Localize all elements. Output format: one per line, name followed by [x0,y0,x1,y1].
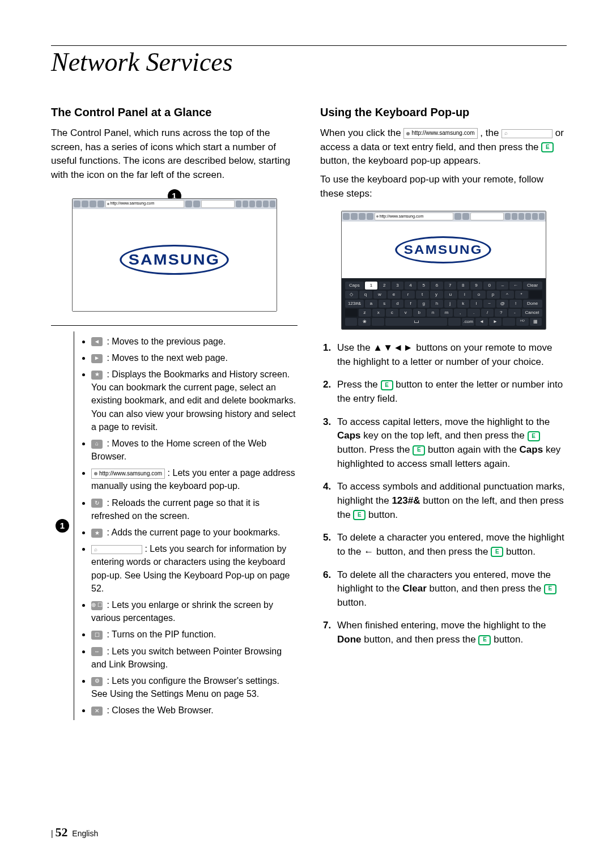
step-item: To access symbols and additional punctua… [334,480,567,522]
item-text: : Lets you configure the Browser's setti… [91,676,279,699]
keyboard-key[interactable]: ! [509,300,521,308]
keyboard-key[interactable]: ^ [501,291,514,299]
keyboard-key[interactable]: h [431,300,443,308]
close-icon: ✕ [91,707,103,716]
keyboard-key[interactable]: 1 [365,282,377,290]
keyboard-key[interactable]: Done [523,300,542,308]
keyboard-key[interactable]: d [392,300,403,308]
step-item: To delete all the characters you entered… [334,568,567,610]
item-text: : Moves to the Home screen of the Web Br… [91,439,266,461]
keyboard-key[interactable]: 5 [418,282,430,290]
keyboard-key[interactable]: s [379,300,390,308]
keyboard-key[interactable]: - [508,309,521,317]
keyboard-key[interactable]: ◇ [345,291,358,299]
keyboard-key[interactable]: u [444,291,457,299]
bookmarks-icon: ★ [91,371,103,380]
keyboard-key[interactable]: q [359,291,372,299]
home-icon: ⌂ [91,440,103,449]
keyboard-key[interactable]: t [416,291,429,299]
keyboard-key[interactable]: i [458,291,471,299]
keyboard-key[interactable]: 7 [444,282,456,290]
keyboard-key[interactable]: 123#& [345,300,364,308]
toolbar-item: : Lets you search for information by ent… [91,542,298,595]
keyboard-key[interactable]: w [373,291,386,299]
search-bar [201,200,235,208]
keyboard-key[interactable]: 9 [470,282,482,290]
keyboard-key[interactable]: j [444,300,456,308]
keyboard-key[interactable]: 6 [431,282,443,290]
right-intro: When you click the http://www.samsung.co… [320,126,567,168]
keyboard-key[interactable]: * [515,291,528,299]
keyboard-key[interactable]: ᴴᴰ [516,318,529,326]
keyboard-key[interactable]: p [487,291,500,299]
arrow-keys-icon: ▲▼◄► [373,342,413,353]
keyboard-key[interactable]: x [372,309,385,317]
zoom-icon: ⊕ ☐ [91,601,103,610]
keyboard-key[interactable]: e [388,291,401,299]
keyboard-key[interactable] [345,318,358,326]
item-text: : Moves to the previous page. [104,337,226,346]
toolbar-item: ✕ : Closes the Web Browser. [91,704,298,717]
keyboard-key[interactable]: . [468,309,480,317]
keyboard-key[interactable]: ⌴ [385,318,447,326]
enter-icon: E [528,431,540,441]
keyboard-key[interactable] [503,318,515,326]
keyboard-key[interactable]: c [386,309,398,317]
browser-figure: http://www.samsung.com SAMSUNG [72,198,277,312]
keyboard-key[interactable]: , [454,309,466,317]
keyboard-key[interactable]: l [470,300,482,308]
keyboard-key[interactable]: Caps [345,282,364,290]
url-input-icon: http://www.samsung.com [91,469,165,479]
keyboard-key[interactable]: g [418,300,430,308]
keyboard-key[interactable]: ◄ [475,318,488,326]
browser-viewport: SAMSUNG [73,209,277,311]
keyboard-key[interactable]: .com [462,318,474,326]
keyboard-key[interactable]: 0 [483,282,495,290]
keyboard-key[interactable]: b [413,309,426,317]
back-icon: ◄ [91,337,103,346]
keyboard-key[interactable] [529,291,542,299]
keyboard-key[interactable] [448,318,461,326]
item-text: : Lets you switch between Pointer Browsi… [91,646,282,669]
left-intro: The Control Panel, which runs across the… [51,126,298,182]
keyboard-key[interactable]: Cancel [522,309,542,317]
keyboard-key[interactable]: m [440,309,453,317]
keyboard-key[interactable]: 8 [457,282,469,290]
keyboard-key[interactable]: @ [496,300,508,308]
keyboard-key[interactable]: Clear [523,282,542,290]
keyboard-key[interactable]: a [365,300,377,308]
keyboard-key[interactable]: ← [509,282,521,290]
keyboard-key[interactable]: – [496,282,508,290]
keyboard-key[interactable]: ❀ [358,318,371,326]
steps-list: Use the ▲▼◄► buttons on your remote to m… [320,341,567,647]
keyboard-key[interactable]: o [473,291,486,299]
step-item: To delete a character you entered, move … [334,531,567,559]
keyboard-key[interactable]: 4 [405,282,416,290]
keyboard-key[interactable]: ▦ [530,318,542,326]
keyboard-key[interactable]: v [400,309,412,317]
browsing-mode-icon: ↔ [91,647,103,656]
keyboard-key[interactable]: y [430,291,443,299]
keyboard-key[interactable]: / [481,309,494,317]
keyboard-key[interactable]: ? [495,309,507,317]
right-column: Using the Keyboard Pop-up When you click… [320,94,567,720]
search-input-icon [502,129,552,138]
keyboard-key[interactable]: n [427,309,439,317]
page-number: 52 [56,825,68,839]
keyboard-key[interactable]: 3 [392,282,403,290]
keyboard-key[interactable]: ► [489,318,502,326]
keyboard-key[interactable]: 2 [379,282,390,290]
keyboard-key[interactable]: k [457,300,469,308]
right-heading: Using the Keyboard Pop-up [320,104,567,121]
toolbar-item: ⚙ : Lets you configure the Browser's set… [91,674,298,700]
page-title: Network Services [51,47,567,77]
item-text: : Lets you enlarge or shrink the screen … [91,600,273,623]
keyboard-key[interactable]: ~ [483,300,495,308]
keyboard-key[interactable]: r [402,291,415,299]
keyboard-key[interactable]: z [359,309,371,317]
toolbar-item: ⌂ : Moves to the Home screen of the Web … [91,437,298,463]
keyboard-key[interactable] [345,309,358,317]
callout-number: 1 [56,519,69,533]
keyboard-key[interactable]: f [405,300,416,308]
keyboard-key[interactable] [372,318,384,326]
